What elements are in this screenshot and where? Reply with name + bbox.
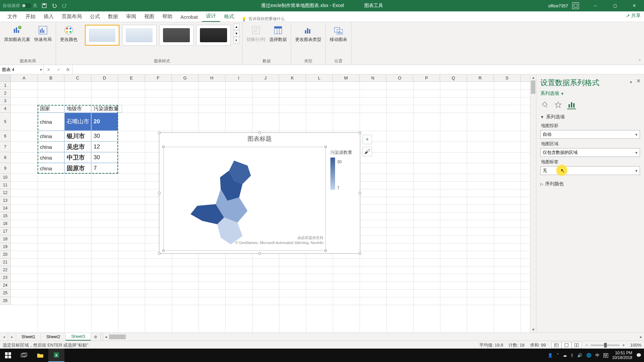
column-header[interactable]: Q <box>440 74 467 81</box>
row-header[interactable]: 11 <box>0 181 11 189</box>
start-button[interactable] <box>0 349 16 362</box>
row-header[interactable]: 3 <box>0 97 11 105</box>
chart-object[interactable]: 图表标题 由必应提供支持 © GeoNames, Microsoft Autom… <box>159 132 360 254</box>
move-chart-button[interactable]: 移动图表 <box>328 23 348 44</box>
column-header[interactable]: S <box>494 74 521 81</box>
column-header[interactable]: K <box>279 74 306 81</box>
tab-acrobat[interactable]: Acrobat <box>176 12 202 22</box>
tab-design[interactable]: 设计 <box>202 11 220 22</box>
series-options-icon[interactable] <box>567 101 576 109</box>
cell[interactable]: 银川市 <box>64 131 91 141</box>
excel-taskbar-button[interactable]: X <box>48 349 64 362</box>
cell[interactable]: 20 <box>91 113 118 131</box>
chart-style-3[interactable] <box>159 25 194 46</box>
chart-style-2[interactable] <box>122 25 157 46</box>
row-header[interactable]: 13 <box>0 197 11 204</box>
row-header[interactable]: 21 <box>0 258 11 266</box>
column-header[interactable]: L <box>306 74 333 81</box>
row-header[interactable]: 24 <box>0 282 11 289</box>
cell[interactable]: china <box>38 141 64 152</box>
cancel-formula-icon[interactable]: ✕ <box>44 67 54 72</box>
row-header[interactable]: 19 <box>0 243 11 251</box>
column-header[interactable]: B <box>38 74 64 81</box>
zoom-out-button[interactable]: − <box>586 343 588 348</box>
row-header[interactable]: 1 <box>0 82 11 89</box>
series-options-dropdown[interactable]: 系列选项 ▾ <box>540 90 640 97</box>
pane-options-dropdown-icon[interactable]: ▾ <box>630 80 632 84</box>
column-header[interactable]: H <box>199 74 225 81</box>
column-header[interactable]: M <box>333 74 360 81</box>
ime-icon[interactable]: 中 <box>595 353 599 358</box>
horizontal-scrollbar[interactable] <box>109 334 638 340</box>
volume-icon[interactable]: 🔊 <box>577 353 582 358</box>
save-icon[interactable] <box>41 3 47 9</box>
cell[interactable]: 7 <box>91 163 118 174</box>
select-all-corner[interactable] <box>0 74 11 81</box>
minimize-button[interactable]: ─ <box>586 0 605 11</box>
network-icon[interactable]: 🌐 <box>586 353 591 358</box>
people-icon[interactable]: 👤 <box>548 353 553 358</box>
cell[interactable]: 固原市 <box>64 163 91 174</box>
tab-insert[interactable]: 插入 <box>40 11 58 22</box>
tell-me-search[interactable]: 💡 告诉我你想要做什么 <box>238 16 285 22</box>
switch-row-col-button[interactable]: 切换行/列 <box>245 23 267 44</box>
tab-formulas[interactable]: 公式 <box>86 11 104 22</box>
chart-elements-button[interactable]: + <box>363 135 372 144</box>
styles-scroll-down[interactable]: ▼ <box>233 30 239 37</box>
bluetooth-icon[interactable]: ᛒ <box>571 353 573 358</box>
row-header[interactable]: 7 <box>0 141 11 152</box>
notifications-icon[interactable]: 💬 <box>636 353 641 358</box>
chart-style-1[interactable] <box>85 25 119 46</box>
combo-map-projection[interactable]: 自动▾ <box>540 130 640 139</box>
column-header[interactable]: N <box>360 74 386 81</box>
cell[interactable]: china <box>38 113 64 131</box>
user-name[interactable]: office7357 <box>548 3 568 8</box>
row-header[interactable]: 14 <box>0 204 11 212</box>
tab-data[interactable]: 数据 <box>104 11 122 22</box>
undo-icon[interactable] <box>51 3 57 9</box>
column-header[interactable]: C <box>64 74 91 81</box>
row-header[interactable]: 5 <box>0 113 11 131</box>
collapse-ribbon-icon[interactable]: ⌃ <box>638 59 641 63</box>
share-button[interactable]: ↗ 共享 <box>626 13 641 19</box>
view-page-break-button[interactable] <box>572 342 582 349</box>
name-box-dropdown-icon[interactable]: ▾ <box>40 67 42 72</box>
hscroll-thumb[interactable] <box>109 335 126 339</box>
chart-legend[interactable]: 污染源数量 30 7 <box>330 149 357 190</box>
cell[interactable]: 石嘴山市 <box>64 113 91 131</box>
zoom-in-button[interactable]: + <box>622 343 625 348</box>
column-header[interactable]: D <box>91 74 118 81</box>
row-header[interactable]: 10 <box>0 174 11 181</box>
fx-icon[interactable]: fx <box>64 67 72 72</box>
row-header[interactable]: 25 <box>0 289 11 297</box>
redo-icon[interactable] <box>61 3 67 9</box>
chart-styles-button[interactable]: 🖌 <box>363 147 372 156</box>
name-box[interactable]: ▾ <box>0 65 44 74</box>
scroll-thumb[interactable] <box>531 80 535 94</box>
row-header[interactable]: 16 <box>0 220 11 228</box>
maximize-button[interactable]: ▢ <box>605 0 625 11</box>
cell[interactable]: 12 <box>91 141 118 152</box>
close-button[interactable]: ✕ <box>625 0 644 11</box>
row-header[interactable]: 12 <box>0 189 11 197</box>
row-header[interactable]: 17 <box>0 228 11 235</box>
accordion-series-options[interactable]: ▼ 系列选项 <box>540 114 640 120</box>
row-header[interactable]: 20 <box>0 251 11 258</box>
column-header[interactable]: E <box>118 74 145 81</box>
cell[interactable]: 国家 <box>38 105 64 113</box>
ime-mode-icon[interactable]: M <box>603 353 608 358</box>
enter-formula-icon[interactable]: ✓ <box>54 67 64 72</box>
name-box-input[interactable] <box>2 67 29 72</box>
chart-title[interactable]: 图表标题 <box>159 133 360 145</box>
onedrive-icon[interactable]: ☁ <box>563 353 567 358</box>
scroll-up-icon[interactable]: ▴ <box>530 74 536 80</box>
cell[interactable]: china <box>38 152 64 163</box>
row-header[interactable]: 15 <box>0 212 11 220</box>
cell[interactable]: 吴忠市 <box>64 141 91 152</box>
view-page-layout-button[interactable] <box>561 342 572 349</box>
column-header[interactable]: R <box>467 74 494 81</box>
tab-review[interactable]: 审阅 <box>122 11 140 22</box>
hscroll-split[interactable] <box>100 333 103 341</box>
cell[interactable]: 30 <box>91 131 118 141</box>
ribbon-display-icon[interactable] <box>572 2 579 9</box>
